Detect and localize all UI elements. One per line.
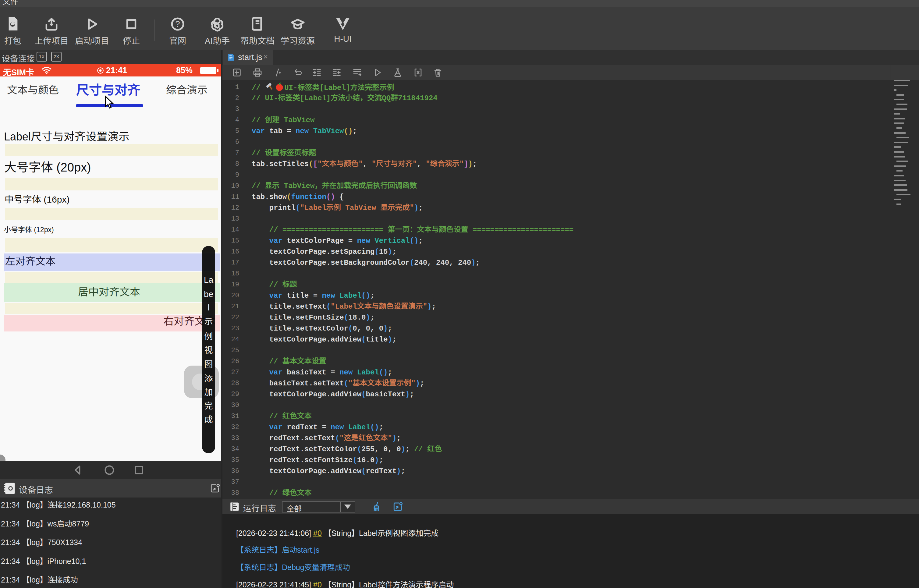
svg-text:?: ? [175, 19, 180, 29]
